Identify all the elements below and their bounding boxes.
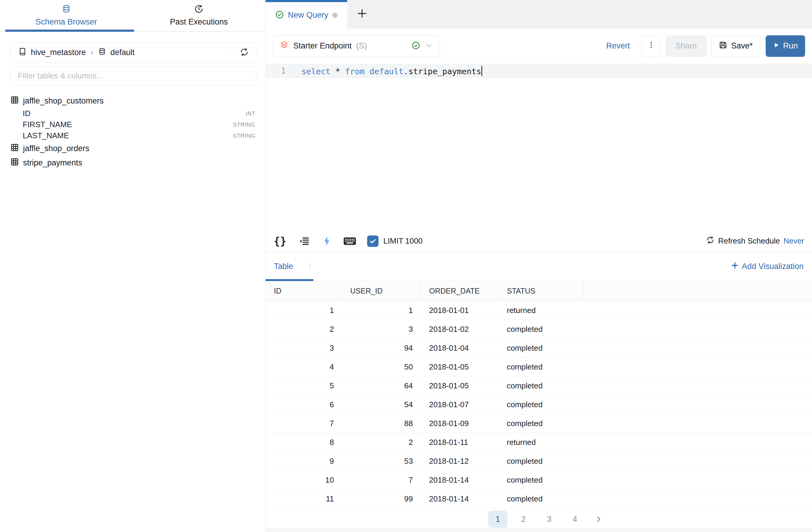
table-cell <box>583 490 812 508</box>
text-cursor <box>481 66 482 76</box>
braces-icon[interactable]: {} <box>274 235 286 247</box>
endpoint-selector[interactable]: Starter Endpoint (S) <box>273 35 440 57</box>
database-icon <box>62 4 71 15</box>
results-table-header-row: IDUSER_IDORDER_DATESTATUS <box>265 281 812 301</box>
app-root: Schema Browser Past Executions hive_meta… <box>0 0 812 532</box>
tree-column-item[interactable]: IDINT <box>0 108 265 119</box>
breadcrumb-schema[interactable]: default <box>110 48 134 57</box>
share-button[interactable]: Share <box>666 35 707 57</box>
table-cell: completed <box>498 452 583 471</box>
table-name: jaffle_shop_customers <box>23 96 104 106</box>
tree-column-item[interactable]: LAST_NAMESTRING <box>0 130 265 141</box>
refresh-schema-button[interactable] <box>232 43 256 62</box>
visualization-kebab-icon[interactable] <box>306 263 313 270</box>
limit-checkbox[interactable] <box>367 236 378 247</box>
column-type: INT <box>246 110 255 117</box>
page-button-1[interactable]: 1 <box>488 510 507 528</box>
column-header[interactable]: ORDER_DATE <box>421 281 498 301</box>
column-header[interactable] <box>583 281 812 301</box>
results-header: Table Add Visualization <box>265 252 812 281</box>
add-visualization-button[interactable]: Add Visualization <box>731 262 803 271</box>
tree-column-item[interactable]: FIRST_NAMESTRING <box>0 119 265 130</box>
page-button-2[interactable]: 2 <box>514 510 533 528</box>
filter-input[interactable] <box>11 71 256 81</box>
next-page-button[interactable] <box>591 510 606 528</box>
table-cell: 2018-01-14 <box>421 490 498 508</box>
save-button[interactable]: Save* <box>711 35 760 57</box>
table-cell: 3 <box>342 320 421 339</box>
tab-new-query[interactable]: New Query <box>265 0 347 28</box>
refresh-schedule-value[interactable]: Never <box>784 236 804 246</box>
lightning-icon[interactable] <box>322 236 331 246</box>
catalog-icon <box>18 47 27 58</box>
table-cell: 1 <box>342 301 421 320</box>
column-name: FIRST_NAME <box>23 120 72 129</box>
tree-table-item[interactable]: stripe_payments <box>0 156 265 170</box>
tab-table-visualization[interactable]: Table <box>274 262 293 271</box>
table-cell: 10 <box>265 471 342 490</box>
tab-past-executions[interactable]: Past Executions <box>133 0 265 31</box>
sidebar-tabs: Schema Browser Past Executions <box>0 0 265 32</box>
breadcrumb[interactable]: hive_metastore › default <box>11 43 232 62</box>
check-circle-icon <box>411 41 420 51</box>
table-icon <box>11 96 19 106</box>
table-cell: 11 <box>265 490 342 508</box>
column-header[interactable]: STATUS <box>498 281 583 301</box>
table-cell: 2018-01-14 <box>421 471 498 490</box>
page-button-4[interactable]: 4 <box>565 510 584 528</box>
plus-icon <box>731 262 739 271</box>
tab-schema-browser[interactable]: Schema Browser <box>0 0 133 31</box>
table-cell: 5 <box>265 376 342 395</box>
revert-button[interactable]: Revert <box>606 41 630 51</box>
table-row: 1072018-01-14completed <box>265 471 812 490</box>
table-cell: 94 <box>342 339 421 358</box>
table-cell: completed <box>498 320 583 339</box>
table-cell <box>583 433 812 452</box>
sql-editor[interactable]: 1 select * from default.stripe_payments <box>265 64 812 230</box>
table-cell: 53 <box>342 452 421 471</box>
chevron-right-icon: › <box>91 48 93 57</box>
more-actions-button[interactable] <box>642 35 661 57</box>
pagination: 1234 <box>488 510 812 528</box>
save-icon <box>719 41 727 52</box>
kebab-icon <box>647 41 655 51</box>
table-cell: 2018-01-09 <box>421 414 498 433</box>
check-circle-icon <box>275 10 284 20</box>
table-cell: 7 <box>342 471 421 490</box>
limit-label: LIMIT 1000 <box>383 236 422 246</box>
keyboard-icon[interactable] <box>343 236 357 247</box>
column-type: STRING <box>233 132 255 139</box>
table-cell <box>583 452 812 471</box>
endpoint-name: Starter Endpoint <box>293 41 352 51</box>
column-header[interactable]: USER_ID <box>342 281 421 301</box>
table-row: 9532018-01-12completed <box>265 452 812 471</box>
active-visualization-indicator <box>265 279 313 281</box>
action-buttons: Revert Share Save* Run <box>606 35 805 57</box>
add-visualization-label: Add Visualization <box>742 262 803 271</box>
save-button-label: Save* <box>731 41 753 51</box>
column-type: STRING <box>233 122 255 128</box>
new-tab-button[interactable] <box>347 0 377 28</box>
table-cell: 7 <box>265 414 342 433</box>
editor-active-line: 1 select * from default.stripe_payments <box>265 64 812 78</box>
breadcrumb-catalog[interactable]: hive_metastore <box>31 48 86 57</box>
page-button-3[interactable]: 3 <box>540 510 559 528</box>
table-cell: completed <box>498 376 583 395</box>
table-name: stripe_payments <box>23 158 82 168</box>
query-tab-label: New Query <box>288 11 328 20</box>
table-cell: 2 <box>265 320 342 339</box>
run-button[interactable]: Run <box>766 35 805 57</box>
results-table: IDUSER_IDORDER_DATESTATUS 112018-01-01re… <box>265 281 812 508</box>
format-indent-icon[interactable] <box>299 236 310 247</box>
table-cell: completed <box>498 395 583 414</box>
table-cell <box>583 376 812 395</box>
filter-container <box>11 67 256 85</box>
tree-table-item[interactable]: jaffle_shop_customers <box>0 94 265 108</box>
endpoint-icon <box>279 41 289 51</box>
column-header[interactable]: ID <box>265 281 342 301</box>
column-name: LAST_NAME <box>23 131 69 140</box>
table-cell: returned <box>498 433 583 452</box>
schema-tree: jaffle_shop_customersIDINTFIRST_NAMESTRI… <box>0 94 265 170</box>
query-controls: Starter Endpoint (S) Revert Share <box>265 35 812 57</box>
tree-table-item[interactable]: jaffle_shop_orders <box>0 141 265 156</box>
